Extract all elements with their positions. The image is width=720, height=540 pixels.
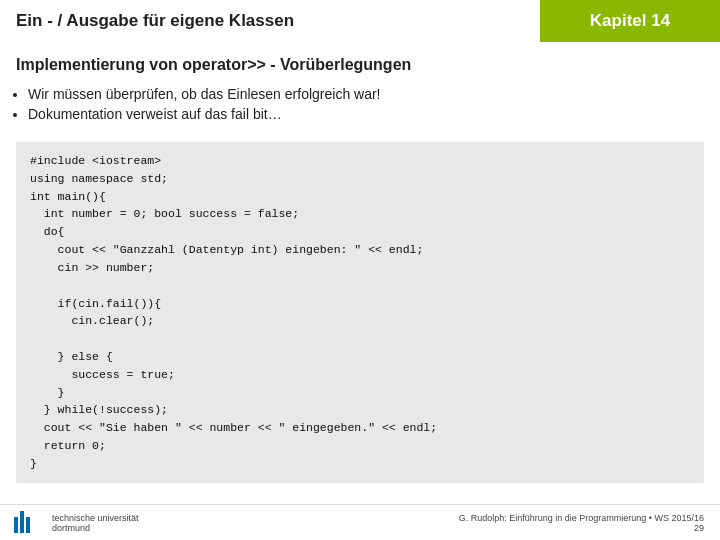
page-number: 29 [459,523,704,533]
slide-header: Ein - / Ausgabe für eigene Klassen Kapit… [0,0,720,42]
footer-attribution-text: G. Rudolph: Einführung in die Programmie… [459,513,704,523]
header-chapter-area: Kapitel 14 [540,0,720,42]
slide-footer: technische universität dortmund G. Rudol… [0,504,720,540]
svg-rect-0 [14,517,18,533]
slide-title: Ein - / Ausgabe für eigene Klassen [16,11,294,31]
code-content: #include <iostream> using namespace std;… [30,152,690,473]
list-item: Dokumentation verweist auf das fail bit… [28,106,704,122]
code-block: #include <iostream> using namespace std;… [16,142,704,483]
tud-logo-icon [12,507,44,539]
footer-attribution: G. Rudolph: Einführung in die Programmie… [459,513,704,533]
footer-left: technische universität dortmund [12,507,139,539]
list-item: Wir müssen überprüfen, ob das Einlesen e… [28,86,704,102]
chapter-label: Kapitel 14 [590,11,670,31]
svg-rect-2 [26,517,30,533]
header-title-area: Ein - / Ausgabe für eigene Klassen [0,0,540,42]
slide-subtitle: Implementierung von operator>> - Vorüber… [0,42,720,82]
svg-rect-1 [20,511,24,533]
bullet-list: Wir müssen überprüfen, ob das Einlesen e… [0,82,720,136]
footer-logo-text: technische universität dortmund [52,513,139,533]
